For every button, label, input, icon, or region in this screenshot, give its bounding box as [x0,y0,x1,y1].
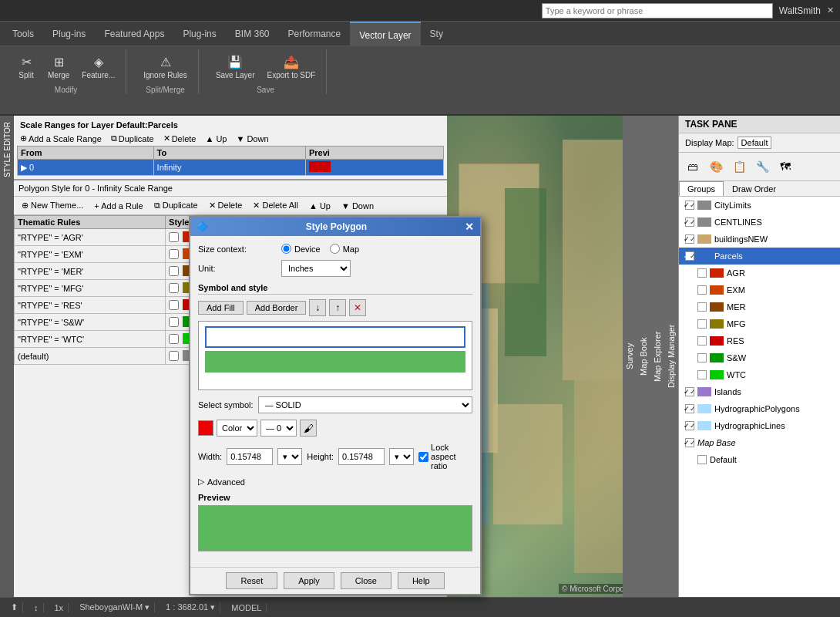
color-dropdown[interactable]: Color [217,420,257,437]
tab-plugins1[interactable]: Plug-ins [43,22,95,46]
dialog-title-bar[interactable]: 🔷 Style Polygon ✕ [190,217,480,236]
table-icon[interactable]: 📋 [728,156,750,177]
move-up-icon[interactable]: ↑ [329,299,346,316]
layer-item[interactable]: AGR [679,265,840,282]
layer-checkbox[interactable] [697,455,707,464]
move-down-icon[interactable]: ↓ [309,299,326,316]
layer-checkbox[interactable]: ✓ [685,387,694,396]
rule-check[interactable] [169,283,179,293]
layer-item[interactable]: ✓ Parcels [679,248,840,265]
reset-button[interactable]: Reset [226,572,277,589]
style-polygon-dialog[interactable]: 🔷 Style Polygon ✕ Size context: Device M… [189,216,482,595]
duplicate-scale-btn[interactable]: ⧉ Duplicate [108,133,157,144]
display-manager-label[interactable]: Display Manager [664,116,678,597]
layer-item[interactable]: ✓ HydrographicPolygons [679,400,840,417]
layer-item[interactable]: ✓ Islands [679,383,840,400]
height-input[interactable] [338,448,385,465]
lock-aspect-check[interactable]: Lock aspect ratio [418,443,472,470]
export-sdf-button[interactable]: 📤 Export to SDF [262,49,320,83]
width-input[interactable] [227,448,273,465]
new-theme-btn[interactable]: ⊕ New Theme... [17,199,88,212]
layer-checkbox[interactable] [697,370,707,379]
delete-rule-btn[interactable]: ✕ Delete [204,199,247,212]
layer-checkbox[interactable]: ✓ [685,404,694,413]
close-button[interactable]: Close [341,572,391,589]
rule-check[interactable] [169,249,179,259]
layer-checkbox[interactable]: ✓ [685,438,694,447]
ignore-rules-button[interactable]: ⚠ Ignore Rules [139,49,192,83]
layer-item[interactable]: S&W [679,349,840,366]
layer-checkbox[interactable]: ✓ [685,421,694,430]
layer-item[interactable]: MER [679,298,840,315]
layer-item[interactable]: WTC [679,366,840,383]
status-arrow[interactable]: ⬆ [6,602,23,612]
paint-button[interactable]: 🖌 [300,420,317,437]
dash-dropdown[interactable]: — 0 [260,420,297,437]
layer-checkbox[interactable] [697,319,707,329]
layer-item[interactable]: MFG [679,315,840,332]
tab-sty[interactable]: Sty [421,22,452,46]
apply-button[interactable]: Apply [284,572,334,589]
fill-symbol-row[interactable] [205,351,465,373]
radio-map-input[interactable] [330,244,340,254]
map-explorer-label[interactable]: Map Explorer [650,116,664,597]
layer-checkbox[interactable] [697,302,707,312]
lock-aspect-input[interactable] [418,452,428,462]
selected-symbol-row[interactable] [205,326,465,348]
layer-checkbox[interactable] [697,336,707,346]
select-symbol-dropdown[interactable]: — SOLID - - DASHED [258,396,472,413]
rule-check[interactable] [169,351,179,361]
layer-checkbox[interactable] [697,353,707,362]
scale-row[interactable]: ▶ 0 Infinity [18,160,444,176]
radio-device[interactable]: Device [281,244,321,254]
layer-checkbox[interactable]: ✓ [685,251,694,261]
tab-plugins2[interactable]: Plug-ins [173,22,225,46]
down-scale-btn[interactable]: ▼ Down [233,133,271,144]
maps-icon[interactable]: 🗺 [774,156,796,177]
style-icon[interactable]: 🎨 [705,156,727,177]
layer-checkbox[interactable]: ✓ [685,234,694,244]
merge-button[interactable]: ⊞ Merge [43,49,74,83]
tools-icon[interactable]: 🔧 [751,156,773,177]
down-rule-btn[interactable]: ▼ Down [337,199,378,212]
layer-item[interactable]: ✓ CityLimits [679,197,840,214]
color-swatch[interactable] [198,420,213,436]
rule-check[interactable] [169,232,179,242]
delete-all-btn[interactable]: ✕ Delete All [248,199,303,212]
close-button[interactable]: ✕ [827,5,834,15]
groups-tab[interactable]: Groups [679,181,724,196]
delete-scale-btn[interactable]: ✕ Delete [160,133,200,144]
radio-map[interactable]: Map [330,244,359,254]
add-scale-range-btn[interactable]: ⊕ Add a Scale Range [17,133,105,144]
unit-select[interactable]: Inches Centimeters Millimeters [281,260,351,277]
up-rule-btn[interactable]: ▲ Up [304,199,335,212]
status-move[interactable]: ↕ [29,603,44,612]
tab-performance[interactable]: Performance [279,22,351,46]
height-unit-dropdown[interactable]: ▾ [389,448,414,465]
layer-item[interactable]: Default [679,451,840,468]
add-border-button[interactable]: Add Border [247,301,307,315]
survey-panel-label[interactable]: Survey [623,116,637,597]
remove-icon[interactable]: ✕ [349,299,366,316]
tab-bim[interactable]: BIM 360 [226,22,279,46]
radio-device-input[interactable] [281,244,291,254]
dialog-close-button[interactable]: ✕ [465,221,474,233]
data-icon[interactable]: 🗃 [682,156,704,177]
rule-check[interactable] [169,334,179,344]
layer-item[interactable]: RES [679,332,840,349]
tab-vector-layer[interactable]: Vector Layer [350,22,420,46]
draw-order-tab[interactable]: Draw Order [724,181,785,196]
tab-featured[interactable]: Featured Apps [95,22,173,46]
layer-checkbox[interactable] [697,268,707,278]
layer-item[interactable]: EXM [679,282,840,298]
duplicate-rule-btn[interactable]: ⧉ Duplicate [150,199,203,212]
add-rule-btn[interactable]: + Add a Rule [89,199,147,212]
layer-item[interactable]: ✓ Map Base [679,434,840,451]
advanced-row[interactable]: ▷ Advanced [198,477,472,487]
add-fill-button[interactable]: Add Fill [198,301,244,315]
map-book-label[interactable]: Map Book [637,116,650,597]
feature-button[interactable]: ◈ Feature... [77,49,119,83]
split-button[interactable]: ✂ Split [12,49,40,83]
rule-check[interactable] [169,266,179,276]
layer-item[interactable]: ✓ CENTLINES [679,214,840,231]
